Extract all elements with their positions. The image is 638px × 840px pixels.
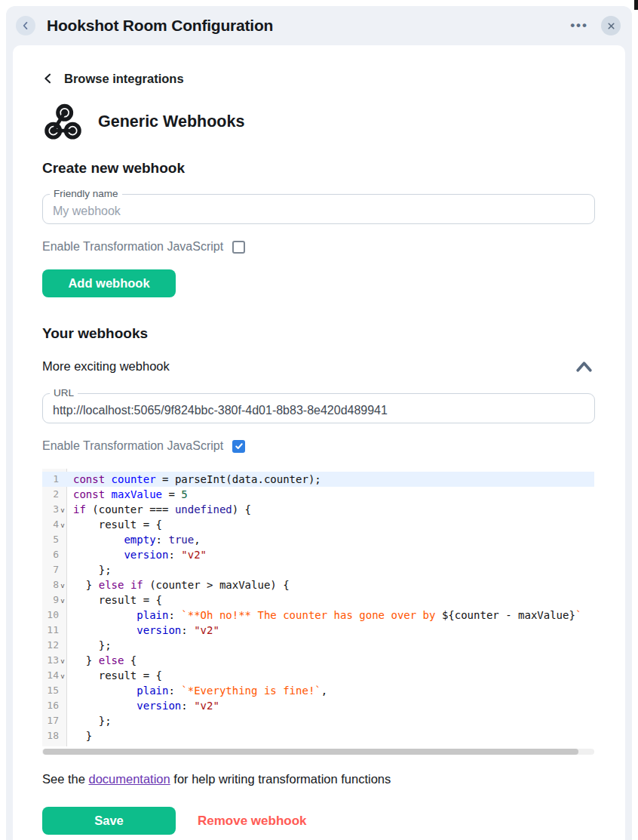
modal-body: Browse integrations xyxy=(13,45,625,840)
chevron-up-icon[interactable] xyxy=(575,360,595,373)
help-prefix: See the xyxy=(42,772,88,786)
code-line[interactable]: 5 empty: true, xyxy=(42,532,594,547)
code-line[interactable]: 3vif (counter === undefined) { xyxy=(42,502,594,517)
code-line[interactable]: 14v result = { xyxy=(42,668,594,683)
code-text[interactable]: version: "v2" xyxy=(67,698,594,713)
line-number: 10 xyxy=(42,608,59,623)
fold-toggle-icon[interactable]: v xyxy=(59,668,67,683)
code-line[interactable]: 18 } xyxy=(42,728,594,743)
code-text[interactable]: }; xyxy=(67,638,594,653)
your-webhooks-title: Your webhooks xyxy=(42,325,595,342)
line-number: 16 xyxy=(42,698,59,713)
code-line[interactable]: 11 version: "v2" xyxy=(42,623,594,638)
line-number: 13 xyxy=(42,653,59,668)
code-text[interactable]: } xyxy=(67,728,594,743)
code-text[interactable]: empty: true, xyxy=(67,532,594,547)
modal-close-button[interactable] xyxy=(601,16,621,35)
line-number: 11 xyxy=(42,623,59,638)
enable-transform-checkbox-existing[interactable] xyxy=(232,440,245,453)
line-number: 3 xyxy=(42,502,59,517)
fold-gutter xyxy=(59,487,67,502)
code-text[interactable]: plain: `**Oh no!** The counter has gone … xyxy=(67,608,594,623)
friendly-name-label: Friendly name xyxy=(50,187,122,202)
code-line[interactable]: 8v } else if (counter > maxValue) { xyxy=(42,577,594,592)
fold-gutter xyxy=(59,728,67,743)
line-number: 12 xyxy=(42,638,59,653)
code-text[interactable]: }; xyxy=(67,713,594,728)
code-text[interactable]: result = { xyxy=(67,592,594,608)
code-editor[interactable]: 1const counter = parseInt(data.counter);… xyxy=(42,469,594,755)
enable-transform-row-new: Enable Transformation JavaScript xyxy=(42,240,595,254)
close-icon xyxy=(606,21,616,31)
help-suffix: for help writing transformation function… xyxy=(170,772,391,786)
webhook-name: More exciting webhook xyxy=(42,359,170,374)
code-line[interactable]: 15 plain: `*Everything is fine!`, xyxy=(42,683,594,698)
line-number: 6 xyxy=(42,547,59,562)
line-number: 15 xyxy=(42,683,59,698)
chevron-left-icon xyxy=(20,20,31,31)
code-text[interactable]: const counter = parseInt(data.counter); xyxy=(67,472,594,487)
screen-artifact xyxy=(634,0,638,10)
code-line[interactable]: 13v } else { xyxy=(42,653,594,668)
modal-header: Hookshot Room Configuration ••• xyxy=(6,6,632,45)
code-text[interactable]: } else if (counter > maxValue) { xyxy=(67,577,594,592)
hookshot-config-modal: Hookshot Room Configuration ••• Browse i… xyxy=(6,6,632,840)
fold-toggle-icon[interactable]: v xyxy=(59,517,67,532)
code-text[interactable]: } else { xyxy=(67,653,594,668)
code-text[interactable]: result = { xyxy=(67,668,594,683)
documentation-help-text: See the documentation for help writing t… xyxy=(42,772,595,786)
overflow-menu-button[interactable]: ••• xyxy=(570,18,588,33)
documentation-link[interactable]: documentation xyxy=(88,772,170,786)
line-number: 1 xyxy=(42,472,59,487)
modal-back-button[interactable] xyxy=(16,16,35,35)
fold-toggle-icon[interactable]: v xyxy=(59,653,67,668)
browse-integrations-link[interactable]: Browse integrations xyxy=(42,71,184,86)
integration-header: Generic Webhooks xyxy=(42,102,595,141)
add-webhook-button[interactable]: Add webhook xyxy=(42,269,176,297)
scrollbar-thumb[interactable] xyxy=(43,749,578,755)
overflow-menu-icon: ••• xyxy=(570,18,588,32)
fold-gutter xyxy=(59,698,67,713)
code-text[interactable]: const maxValue = 5 xyxy=(67,487,594,502)
code-line[interactable]: 1const counter = parseInt(data.counter); xyxy=(42,472,594,487)
webhook-actions: Save Remove webhook xyxy=(42,807,595,835)
enable-transform-label: Enable Transformation JavaScript xyxy=(42,240,223,254)
code-line[interactable]: 16 version: "v2" xyxy=(42,698,594,713)
enable-transform-checkbox[interactable] xyxy=(232,241,245,254)
modal-title: Hookshot Room Configuration xyxy=(47,17,273,35)
integration-name: Generic Webhooks xyxy=(98,112,244,131)
webhook-url-input[interactable] xyxy=(43,394,594,423)
fold-gutter xyxy=(59,638,67,653)
code-text[interactable]: if (counter === undefined) { xyxy=(67,502,594,517)
fold-gutter xyxy=(59,562,67,577)
code-line[interactable]: 7 }; xyxy=(42,562,594,577)
editor-horizontal-scrollbar[interactable] xyxy=(42,749,594,755)
code-line[interactable]: 10 plain: `**Oh no!** The counter has go… xyxy=(42,608,594,623)
webhook-list-item-header[interactable]: More exciting webhook xyxy=(42,359,595,374)
code-text[interactable]: version: "v2" xyxy=(67,623,594,638)
code-text[interactable]: }; xyxy=(67,562,594,577)
line-number: 4 xyxy=(42,517,59,532)
code-line[interactable]: 9v result = { xyxy=(42,592,594,608)
fold-toggle-icon[interactable]: v xyxy=(59,592,67,608)
checkmark-icon xyxy=(235,442,244,451)
fold-toggle-icon[interactable]: v xyxy=(59,502,67,517)
fold-gutter xyxy=(59,547,67,562)
code-line[interactable]: 6 version: "v2" xyxy=(42,547,594,562)
code-line[interactable]: 4v result = { xyxy=(42,517,594,532)
code-line[interactable]: 2const maxValue = 5 xyxy=(42,487,594,502)
code-text[interactable]: version: "v2" xyxy=(67,547,594,562)
code-text[interactable]: plain: `*Everything is fine!`, xyxy=(67,683,594,698)
line-number: 14 xyxy=(42,668,59,683)
code-line[interactable]: 12 }; xyxy=(42,638,594,653)
friendly-name-input[interactable] xyxy=(43,195,594,223)
create-webhook-title: Create new webhook xyxy=(42,160,595,177)
save-button[interactable]: Save xyxy=(42,807,176,835)
enable-transform-row-existing: Enable Transformation JavaScript xyxy=(42,439,595,453)
code-text[interactable]: result = { xyxy=(67,517,594,532)
line-number: 2 xyxy=(42,487,59,502)
fold-gutter xyxy=(59,472,67,487)
fold-toggle-icon[interactable]: v xyxy=(59,577,67,592)
remove-webhook-button[interactable]: Remove webhook xyxy=(198,814,307,829)
code-line[interactable]: 17 }; xyxy=(42,713,594,728)
